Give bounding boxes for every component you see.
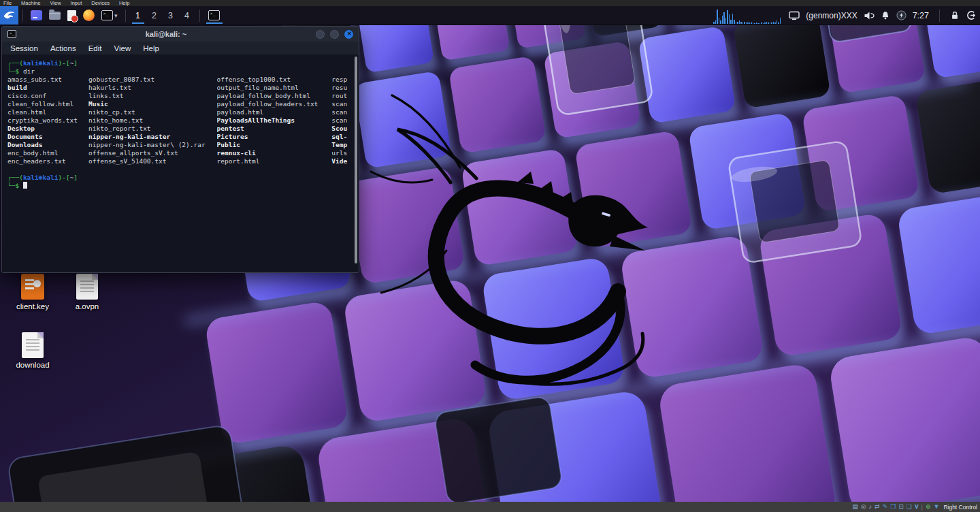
window-title: kali@kali: ~ bbox=[16, 30, 316, 38]
genmon-label: (genmon)XXX bbox=[806, 11, 857, 20]
terminal-output[interactable]: ┌──(kali⊛kali)-[~] └─$ dir amass_subs.tx… bbox=[2, 55, 359, 272]
clock[interactable]: 7:27 bbox=[913, 11, 929, 20]
panel-separator bbox=[199, 10, 200, 22]
file-entry: Documents bbox=[7, 133, 88, 141]
hard-disk-icon[interactable]: ▤ bbox=[852, 502, 858, 512]
desktop-icon-download[interactable]: download bbox=[4, 332, 61, 369]
input-line[interactable]: └─$ bbox=[7, 182, 359, 190]
terminal-titlebar[interactable]: kali@kali: ~ bbox=[2, 27, 359, 42]
firefox-icon bbox=[83, 10, 95, 21]
terminal-window: kali@kali: ~ Session Actions Edit View H… bbox=[1, 26, 359, 273]
firefox-launcher[interactable] bbox=[80, 6, 98, 25]
optical-drive-icon[interactable]: ◎ bbox=[861, 502, 866, 512]
kali-logo-icon bbox=[3, 9, 16, 22]
terminal-listing-row: enc_headers.txtoffense_sV_51400.txtrepor… bbox=[7, 157, 359, 165]
menu-view[interactable]: View bbox=[114, 44, 131, 52]
notifications-bell-icon[interactable] bbox=[881, 11, 890, 20]
workspace-2[interactable]: 2 bbox=[146, 6, 163, 25]
file-entry: gobuster_8087.txt bbox=[88, 76, 217, 84]
chevron-down-icon[interactable]: ▾ bbox=[114, 12, 118, 19]
desktop-icon-a-ovpn[interactable]: a.ovpn bbox=[59, 274, 116, 310]
vbox-menu-devices[interactable]: Devices bbox=[91, 0, 110, 6]
menu-help[interactable]: Help bbox=[143, 44, 159, 52]
text-editor-launcher[interactable] bbox=[64, 6, 80, 25]
update-status-icon[interactable] bbox=[896, 10, 906, 20]
volume-icon[interactable] bbox=[864, 11, 875, 20]
menu-session[interactable]: Session bbox=[10, 44, 38, 52]
applications-menu-button[interactable] bbox=[0, 6, 18, 25]
file-entry: Music bbox=[88, 100, 217, 108]
vbox-menubar: File Machine View Input Devices Help bbox=[0, 0, 980, 6]
vbox-statusbar: ▤ ◎ ♪ ⇄ ✎ ❐ ⊡ ❏ V | ⊕ ▼ Right Control bbox=[0, 502, 980, 512]
vbox-menu-view[interactable]: View bbox=[50, 0, 61, 6]
key-document-icon bbox=[21, 274, 44, 300]
file-entry: report.html bbox=[217, 157, 332, 165]
file-entry: clean_follow.html bbox=[7, 100, 88, 108]
workspace-1[interactable]: 1 bbox=[130, 6, 146, 25]
file-entry: hakurls.txt bbox=[88, 84, 217, 92]
desktop-icon-client-key[interactable]: client.key bbox=[4, 274, 61, 310]
file-entry: payload.html bbox=[217, 108, 332, 116]
terminal-icon bbox=[7, 30, 16, 38]
vbox-menu-file[interactable]: File bbox=[3, 0, 12, 6]
vbox-features-icon[interactable]: V bbox=[915, 502, 919, 512]
file-entry: amass_subs.txt bbox=[7, 76, 88, 84]
file-entry: nikto_report.txt bbox=[88, 125, 217, 133]
file-entry: enc_headers.txt bbox=[7, 157, 88, 165]
statusbar-separator: | bbox=[921, 504, 923, 511]
logout-icon[interactable] bbox=[966, 10, 976, 20]
command-line: └─$ dir bbox=[7, 67, 359, 76]
terminal-icon bbox=[208, 10, 220, 20]
host-key-state-icon[interactable]: ▼ bbox=[933, 502, 939, 512]
close-button[interactable] bbox=[344, 30, 353, 39]
lock-screen-icon[interactable] bbox=[950, 10, 960, 20]
file-entry: PayloadsAllTheThings bbox=[217, 116, 332, 125]
file-entry: offense_top1000.txt bbox=[217, 76, 332, 84]
usb-shared-clipboard-icon[interactable]: ✎ bbox=[883, 502, 888, 512]
appfinder-launcher[interactable] bbox=[27, 6, 46, 25]
text-document-icon bbox=[22, 332, 44, 358]
display-icon[interactable] bbox=[789, 11, 800, 20]
maximize-button[interactable] bbox=[330, 30, 339, 39]
recording-icon[interactable]: ❏ bbox=[906, 502, 912, 512]
display-status-icon[interactable]: ⊡ bbox=[898, 502, 904, 512]
vbox-menu-machine[interactable]: Machine bbox=[21, 0, 40, 6]
menu-edit[interactable]: Edit bbox=[88, 44, 102, 52]
file-entry: clean.html bbox=[7, 108, 88, 116]
text-cursor bbox=[23, 182, 27, 189]
vbox-menu-help[interactable]: Help bbox=[119, 0, 129, 6]
workspace-3[interactable]: 3 bbox=[163, 6, 179, 25]
mouse-integration-icon[interactable]: ⊕ bbox=[926, 502, 931, 512]
terminal-menubar: Session Actions Edit View Help bbox=[2, 42, 359, 55]
file-entry: links.txt bbox=[88, 92, 217, 100]
desktop-icon-label: download bbox=[16, 361, 49, 369]
terminal-listing-row: buildhakurls.txtoutput_file_name.htmlres… bbox=[7, 84, 359, 92]
file-entry: build bbox=[7, 84, 88, 92]
desktop-icon-label: a.ovpn bbox=[76, 302, 99, 310]
taskbar-terminal-window-button[interactable] bbox=[204, 6, 225, 25]
terminal-listing-row: Desktopnikto_report.txtpentestScou bbox=[7, 125, 359, 133]
file-entry: cisco.conf bbox=[7, 92, 88, 100]
terminal-listing-row: amass_subs.txtgobuster_8087.txtoffense_t… bbox=[7, 76, 359, 84]
folder-icon bbox=[49, 12, 61, 20]
file-manager-launcher[interactable] bbox=[46, 6, 64, 25]
terminal-launcher[interactable]: ▾ bbox=[98, 6, 121, 25]
panel-separator bbox=[125, 10, 126, 22]
desktop-icon-label: client.key bbox=[16, 302, 49, 310]
host-key-label: Right Control bbox=[943, 504, 977, 511]
audio-icon[interactable]: ♪ bbox=[869, 502, 872, 512]
file-entry: payload_follow_headers.txt bbox=[217, 100, 332, 108]
minimize-button[interactable] bbox=[316, 30, 325, 39]
file-entry: enc_body.html bbox=[7, 149, 88, 157]
file-entry: pentest bbox=[217, 125, 332, 133]
terminal-listing-row: enc_body.htmloffense_allports_sV.txtremn… bbox=[7, 149, 359, 157]
shared-folders-icon[interactable]: ❐ bbox=[890, 502, 896, 512]
terminal-scrollbar[interactable] bbox=[355, 57, 357, 263]
menu-actions[interactable]: Actions bbox=[50, 44, 76, 52]
vbox-menu-input[interactable]: Input bbox=[71, 0, 82, 6]
terminal-listing-row: clean.htmlnikto_cp.txtpayload.htmlscan bbox=[7, 108, 359, 116]
file-entry: offense_allports_sV.txt bbox=[88, 149, 217, 157]
file-entry: Desktop bbox=[7, 125, 88, 133]
workspace-4[interactable]: 4 bbox=[179, 6, 195, 25]
network-icon[interactable]: ⇄ bbox=[875, 502, 880, 512]
